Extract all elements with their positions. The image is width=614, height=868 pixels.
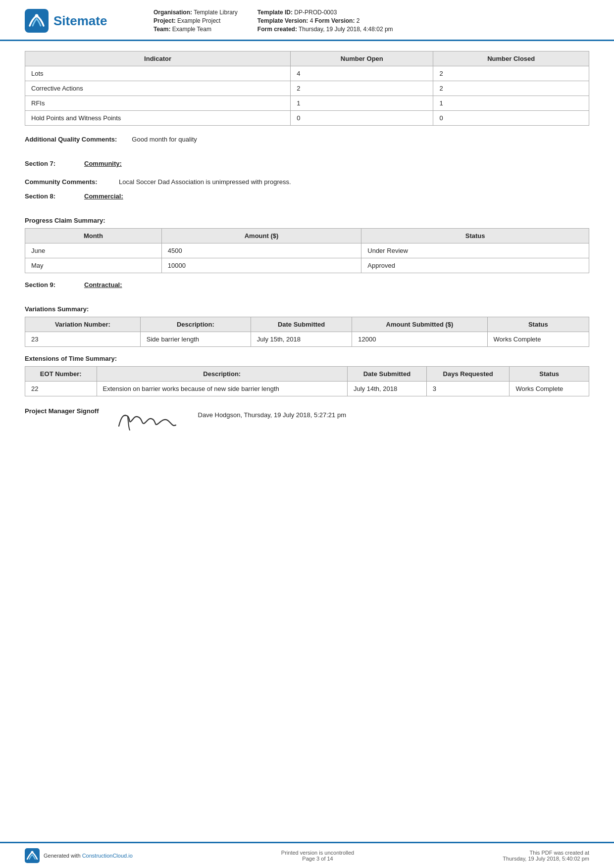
template-id-line: Template ID: DP-PROD-0003: [257, 9, 393, 16]
table-row: Corrective Actions22: [25, 81, 589, 96]
eot-days-col: Days Requested: [426, 367, 510, 382]
progress-claim-table: Month Amount ($) Status June4500Under Re…: [25, 228, 589, 273]
community-comments-label: Community Comments:: [25, 178, 104, 186]
footer-link[interactable]: ConstructionCloud.io: [82, 853, 133, 859]
amount-col-header: Amount ($): [161, 229, 361, 243]
progress-claim-title: Progress Claim Summary:: [25, 217, 589, 224]
community-comments-row: Community Comments: Local Soccer Dad Ass…: [25, 178, 589, 186]
footer-printed: Printed version is uncontrolled: [153, 850, 483, 856]
table-row: June4500Under Review: [25, 243, 589, 258]
var-status-col: Status: [487, 317, 589, 332]
header: Sitemate Organisation: Template Library …: [0, 0, 614, 41]
template-version-line: Template Version: 4 Form Version: 2: [257, 17, 393, 24]
community-comments-value: Local Soccer Dad Association is unimpres…: [119, 178, 589, 186]
logo-text: Sitemate: [53, 13, 107, 29]
footer-generated-text: Generated with ConstructionCloud.io: [44, 853, 133, 859]
var-amount-col: Amount Submitted ($): [352, 317, 487, 332]
team-line: Team: Example Team: [154, 26, 238, 33]
signature-image: [114, 406, 183, 436]
var-date-col: Date Submitted: [251, 317, 352, 332]
header-meta-left: Organisation: Template Library Project: …: [154, 9, 238, 33]
table-row: Hold Points and Witness Points00: [25, 111, 589, 126]
eot-desc-col: Description:: [97, 367, 347, 382]
section7-heading: Section 7: Community:: [25, 160, 589, 167]
form-created-line: Form created: Thursday, 19 July 2018, 4:…: [257, 26, 393, 33]
eot-title: Extensions of Time Summary:: [25, 355, 589, 362]
header-meta-right: Template ID: DP-PROD-0003 Template Versi…: [257, 9, 393, 33]
table-row: 22Extension on barrier works because of …: [25, 382, 589, 396]
additional-quality-label: Additional Quality Comments:: [25, 136, 117, 143]
svg-point-1: [35, 14, 39, 18]
var-desc-col: Description:: [140, 317, 251, 332]
section9-num: Section 9:: [25, 281, 74, 289]
additional-quality-row: Additional Quality Comments: Good month …: [25, 136, 589, 143]
number-closed-col-header: Number Closed: [433, 51, 589, 66]
table-row: May10000Approved: [25, 258, 589, 273]
var-num-col: Variation Number:: [25, 317, 141, 332]
eot-date-col: Date Submitted: [347, 367, 426, 382]
svg-rect-2: [25, 848, 40, 863]
signature-row: Project Manager Signoff Dave Hodgson, Th…: [25, 406, 589, 436]
footer-pdf-created-label: This PDF was created at: [503, 850, 589, 856]
section9-title: Contractual:: [84, 281, 122, 289]
content: Indicator Number Open Number Closed Lots…: [0, 41, 614, 842]
sitemate-logo-icon: [25, 9, 49, 33]
section8-num: Section 8:: [25, 193, 74, 200]
svg-point-3: [31, 851, 34, 854]
number-open-col-header: Number Open: [291, 51, 433, 66]
table-row: RFIs11: [25, 96, 589, 111]
signature-label: Project Manager Signoff: [25, 406, 99, 417]
eot-num-col: EOT Number:: [25, 367, 97, 382]
footer-logo-icon: [25, 848, 40, 863]
section9-heading: Section 9: Contractual:: [25, 281, 589, 289]
eot-status-col: Status: [510, 367, 589, 382]
section7-title: Community:: [84, 160, 122, 167]
status-col-header: Status: [361, 229, 589, 243]
logo-area: Sitemate: [25, 9, 134, 33]
eot-table: EOT Number: Description: Date Submitted …: [25, 366, 589, 396]
month-col-header: Month: [25, 229, 162, 243]
section7-num: Section 7:: [25, 160, 74, 167]
additional-quality-value: Good month for quality: [132, 136, 589, 143]
section8-title: Commercial:: [84, 193, 123, 200]
org-line: Organisation: Template Library: [154, 9, 238, 16]
header-meta: Organisation: Template Library Project: …: [134, 9, 589, 33]
footer-center: Printed version is uncontrolled Page 3 o…: [153, 850, 483, 862]
page-fill: [25, 436, 589, 584]
footer-logo: Generated with ConstructionCloud.io: [25, 848, 133, 863]
project-line: Project: Example Project: [154, 17, 238, 24]
page: Sitemate Organisation: Template Library …: [0, 0, 614, 868]
table-row: Lots42: [25, 66, 589, 81]
table-row: 23Side barrier lengthJuly 15th, 20181200…: [25, 332, 589, 347]
footer: Generated with ConstructionCloud.io Prin…: [0, 842, 614, 868]
section8-heading: Section 8: Commercial:: [25, 193, 589, 200]
variations-table: Variation Number: Description: Date Subm…: [25, 317, 589, 347]
signature-detail: Dave Hodgson, Thursday, 19 July 2018, 5:…: [198, 406, 346, 419]
indicator-col-header: Indicator: [25, 51, 291, 66]
indicator-table: Indicator Number Open Number Closed Lots…: [25, 51, 589, 126]
svg-rect-0: [25, 9, 49, 33]
footer-right: This PDF was created at Thursday, 19 Jul…: [503, 850, 589, 862]
footer-page: Page 3 of 14: [153, 856, 483, 862]
footer-pdf-created-value: Thursday, 19 July 2018, 5:40:02 pm: [503, 856, 589, 862]
variations-title: Variations Summary:: [25, 305, 589, 313]
